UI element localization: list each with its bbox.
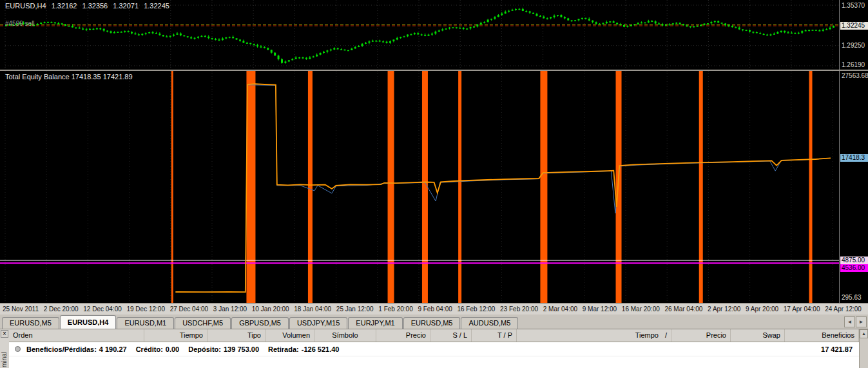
terminal-header-row: Orden Tiempo Tipo Volumen Símbolo Precio… [9, 329, 859, 342]
time-label: 25 Jan 12:00 [336, 305, 374, 313]
summary-value: 139 753.00 [224, 345, 259, 353]
terminal-scrollbar[interactable]: ▲ [859, 329, 868, 368]
chart-tab[interactable]: GBPUSD,M5 [231, 317, 289, 329]
chart-tab[interactable]: EURUSD,M1 [117, 317, 174, 329]
chart-tab[interactable]: AUDUSD,M5 [461, 317, 518, 329]
time-label: 2 Dec 20:00 [44, 305, 79, 313]
time-label: 24 Apr 12:00 [825, 305, 862, 313]
time-axis[interactable]: 25 Nov 2011 2 Dec 20:00 12 Dec 04:00 19 … [0, 303, 868, 315]
indicator-label: Total Equity Balance 17418.35 17421.89 [5, 73, 133, 81]
column-header-beneficios[interactable]: Beneficios [785, 329, 859, 342]
chart-tab[interactable]: USDJPY,M15 [289, 317, 347, 329]
terminal-side-strip: × minal [0, 329, 9, 368]
column-header-sl[interactable]: S / L [430, 329, 472, 342]
column-header-swap[interactable]: Swap [731, 329, 785, 342]
time-label: 23 Feb 20:00 [500, 305, 538, 313]
ohlc-header: EURUSD,H4 1.32162 1.32356 1.32071 1.3224… [5, 2, 173, 10]
symbol-timeframe: EURUSD,H4 [5, 2, 46, 10]
time-label: 19 Dec 12:00 [126, 305, 165, 313]
chart-tab[interactable]: EURUSD,M5 [403, 317, 461, 329]
total-benefit-value: 17 421.87 [821, 345, 853, 353]
price-tick-mid: 1.29250 [842, 42, 865, 49]
candlestick-chart [0, 0, 839, 70]
column-label: Tiempo [635, 331, 659, 339]
chart-tab-active[interactable]: EURUSD,H4 [60, 315, 117, 329]
price-tick-top: 1.35370 [842, 2, 865, 9]
column-header-precio-open[interactable]: Precio [376, 329, 430, 342]
column-header-volumen[interactable]: Volumen [265, 329, 314, 342]
equity-value-box: 17418.3 [840, 154, 868, 162]
price-axis[interactable]: 1.35370 1.32245 1.29250 1.26190 [839, 0, 868, 70]
summary-item-deposito: Depósito:139 753.00 [188, 345, 259, 353]
time-label: 9 Feb 04:00 [418, 305, 452, 313]
sell-order-label: #4599 sell [5, 20, 35, 27]
mt4-terminal-window: EURUSD,H4 1.32162 1.32356 1.32071 1.3224… [0, 0, 868, 368]
terminal-close-button[interactable]: × [1, 330, 8, 338]
terminal-panel: × minal Orden Tiempo Tipo Volumen Símbol… [0, 329, 868, 368]
summary-label: Retirada: [268, 345, 299, 353]
summary-value: 0.00 [166, 345, 179, 353]
summary-item-retirada: Retirada:-126 521.40 [268, 345, 339, 353]
time-label: 9 Mar 12:00 [583, 305, 617, 313]
time-label: 27 Dec 04:00 [170, 305, 209, 313]
summary-label: Depósito: [188, 345, 221, 353]
equity-axis[interactable]: 27563.68 17418.3 4875.00 4536.00 295.63 [839, 71, 868, 303]
time-label: 10 Jan 20:00 [252, 305, 289, 313]
summary-value: 4 190.27 [99, 345, 127, 353]
price-chart-pane[interactable]: EURUSD,H4 1.32162 1.32356 1.32071 1.3224… [0, 0, 868, 70]
time-label: 2 Mar 04:00 [543, 305, 577, 313]
summary-item-credito: Crédito:0.00 [136, 345, 180, 353]
summary-item-beneficios: Beneficios/Pérdidas:4 190.27 [26, 345, 127, 353]
price-tick-bottom: 1.26190 [842, 61, 865, 68]
price-low: 1.32071 [113, 2, 139, 10]
tab-scroll-controls: ◄ ► [844, 315, 868, 329]
terminal-empty-area [9, 356, 859, 368]
price-open: 1.32162 [52, 2, 77, 10]
column-header-simbolo[interactable]: Símbolo [314, 329, 376, 342]
terminal-caption: minal [1, 352, 8, 367]
price-high: 1.32356 [82, 2, 108, 10]
column-header-orden[interactable]: Orden [9, 329, 144, 342]
summary-label: Beneficios/Pérdidas: [26, 345, 97, 353]
chart-tab-bar: EURUSD,M5 EURUSD,H4 EURUSD,M1 USDCHF,M5 … [0, 315, 868, 329]
terminal-main: Orden Tiempo Tipo Volumen Símbolo Precio… [9, 329, 859, 368]
time-label: 3 Jan 12:00 [213, 305, 247, 313]
scroll-up-icon[interactable]: ▲ [860, 329, 868, 338]
time-label: 1 Feb 20:00 [378, 305, 412, 313]
equity-balance-chart [0, 71, 839, 303]
chart-tab[interactable]: EURJPY,M1 [348, 317, 402, 329]
chart-tab[interactable]: EURUSD,M5 [2, 317, 59, 329]
summary-label: Crédito: [136, 345, 163, 353]
time-label: 16 Mar 20:00 [622, 305, 660, 313]
equity-indicator-pane[interactable]: Total Equity Balance 17418.35 17421.89 2… [0, 71, 868, 303]
equity-tick-top: 27563.68 [842, 72, 868, 79]
column-header-tp[interactable]: T / P [472, 329, 517, 342]
level-line2-box: 4536.00 [840, 264, 868, 272]
time-label: 18 Jan 04:00 [294, 305, 331, 313]
column-header-tiempo-open[interactable]: Tiempo [144, 329, 207, 342]
chart-area: EURUSD,H4 1.32162 1.32356 1.32071 1.3224… [0, 0, 868, 315]
time-label: 9 Apr 20:00 [746, 305, 778, 313]
column-header-tiempo-close[interactable]: Tiempo/ [517, 329, 671, 342]
equity-tick-bottom: 295.63 [842, 294, 862, 301]
tab-scroll-right-icon[interactable]: ► [856, 316, 867, 327]
level-line1-box: 4875.00 [840, 257, 868, 264]
column-header-tipo[interactable]: Tipo [207, 329, 265, 342]
balance-icon [15, 346, 21, 352]
price-close: 1.32245 [144, 2, 169, 10]
sort-indicator-icon: / [665, 331, 667, 339]
time-label: 2 Apr 12:00 [708, 305, 740, 313]
time-label: 17 Apr 04:00 [784, 305, 820, 313]
column-header-precio-close[interactable]: Precio [671, 329, 731, 342]
time-label: 25 Nov 2011 [3, 305, 39, 313]
tab-scroll-left-icon[interactable]: ◄ [844, 316, 855, 327]
summary-value: -126 521.40 [302, 345, 340, 353]
balance-summary-row[interactable]: Beneficios/Pérdidas:4 190.27 Crédito:0.0… [9, 342, 859, 356]
time-label: 26 Mar 04:00 [664, 305, 702, 313]
current-price-box: 1.32245 [840, 22, 868, 30]
time-label: 16 Feb 12:00 [457, 305, 495, 313]
chart-tab[interactable]: USDCHF,M5 [175, 317, 231, 329]
time-label: 12 Dec 04:00 [83, 305, 122, 313]
